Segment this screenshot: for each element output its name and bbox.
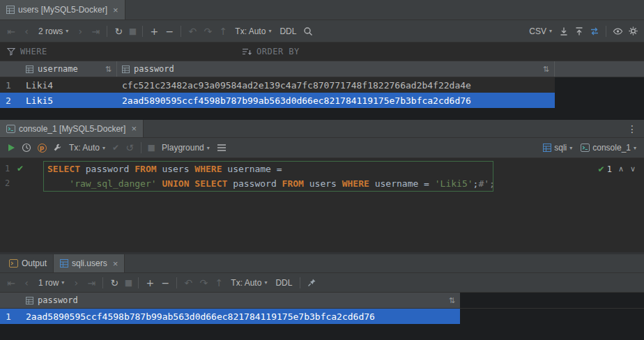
schema-selector-dropdown[interactable]: sqli ▾: [539, 143, 576, 153]
export-format-dropdown[interactable]: CSV ▾: [525, 26, 556, 36]
gear-icon[interactable]: [625, 24, 641, 39]
toolbar-separator: [142, 26, 143, 37]
schema-table-icon: [543, 144, 551, 152]
tab-users-grid[interactable]: users [MySQL5-Docker] ×: [0, 0, 125, 20]
delete-row-icon[interactable]: −: [162, 24, 177, 39]
table-icon: [122, 65, 130, 73]
execution-status: ✔ 1 ∧ ∨: [598, 162, 636, 176]
refresh-icon[interactable]: ↻: [107, 275, 122, 291]
page-size-dropdown[interactable]: 2 rows ▾: [34, 26, 72, 36]
order-by-icon: [242, 47, 252, 56]
page-size-label: 1 row: [38, 278, 59, 288]
stop-icon[interactable]: ■: [126, 24, 139, 39]
rollback-icon[interactable]: ↺: [122, 140, 137, 155]
tx-mode-dropdown[interactable]: Tx: Auto ▾: [65, 143, 109, 153]
redo-icon[interactable]: ↷: [200, 24, 215, 39]
first-page-icon[interactable]: ⇤: [3, 24, 19, 39]
export-data-icon[interactable]: [572, 24, 587, 39]
username-cell[interactable]: Liki5: [21, 93, 117, 108]
row-number-cell[interactable]: 1: [0, 77, 21, 93]
execution-success-check-icon: ✔: [598, 164, 605, 174]
close-icon[interactable]: ×: [131, 124, 137, 133]
database-ide-window: users [MySQL5-Docker] × ⇤ ‹ 2 rows ▾ › ⇥…: [0, 0, 644, 340]
view-options-eye-icon[interactable]: [610, 24, 625, 39]
last-page-icon[interactable]: ⇥: [84, 275, 99, 291]
run-icon[interactable]: [3, 140, 19, 155]
order-by-field[interactable]: ORDER BY: [235, 42, 300, 61]
pin-tab-icon[interactable]: [304, 275, 319, 291]
table-icon: [26, 297, 33, 304]
tab-sqli-users-result[interactable]: sqli.users ×: [53, 254, 125, 272]
submit-changes-icon[interactable]: ↑: [215, 24, 231, 39]
grid-header-row: username ⇅ password ⇅: [0, 61, 644, 77]
next-result-chevron-icon[interactable]: ∨: [630, 164, 636, 173]
page-size-dropdown[interactable]: 1 row ▾: [34, 278, 68, 288]
redo-icon[interactable]: ↷: [196, 275, 211, 291]
transpose-icon[interactable]: [587, 24, 602, 39]
tab-output[interactable]: Output: [3, 254, 53, 272]
previous-result-chevron-icon[interactable]: ∧: [618, 164, 624, 173]
stop-icon[interactable]: ■: [145, 140, 158, 155]
tx-mode-dropdown[interactable]: Tx: Auto ▾: [227, 278, 271, 288]
stop-icon[interactable]: ■: [122, 275, 135, 291]
chevron-down-icon: ▾: [569, 145, 572, 151]
table-icon: [60, 259, 68, 268]
grid-corner-cell[interactable]: [0, 293, 21, 308]
session-selector-dropdown[interactable]: console_1 ▾: [576, 143, 641, 153]
history-clock-icon[interactable]: [19, 140, 34, 155]
ddl-button[interactable]: DDL: [271, 278, 296, 288]
next-page-icon[interactable]: ›: [68, 275, 84, 291]
row-number-cell[interactable]: 1: [0, 309, 21, 324]
tx-mode-label: Tx: Auto: [231, 278, 261, 288]
undo-icon[interactable]: ↶: [185, 24, 200, 39]
sql-editor[interactable]: 1 2 ✔ SELECT password FROM users WHERE u…: [0, 158, 644, 252]
playground-dropdown[interactable]: Playground ▾: [158, 143, 214, 153]
column-header-username[interactable]: username ⇅: [21, 61, 117, 77]
column-name: password: [38, 295, 78, 305]
next-page-icon[interactable]: ›: [72, 24, 88, 39]
table-row[interactable]: 1 Liki4 cfc521c23482ac93a09584ad2e139c4a…: [0, 77, 644, 93]
password-cell[interactable]: cfc521c23482ac93a09584ad2e139c4a7fc87077…: [117, 77, 555, 93]
parameters-icon[interactable]: p: [34, 140, 49, 155]
sql-code-line[interactable]: SELECT password FROM users WHERE usernam…: [47, 162, 282, 176]
line-number: 2: [5, 176, 15, 191]
output-icon: [9, 259, 18, 268]
submit-changes-icon[interactable]: ↑: [211, 275, 227, 291]
more-options-kebab-icon[interactable]: ⋮: [620, 123, 644, 134]
table-row-selected[interactable]: 1 2aad5890595ccf4598b787b99ab563d0d66ec8…: [0, 309, 644, 324]
sql-code-line[interactable]: 'raw_sql_danger' UNION SELECT password F…: [47, 176, 495, 191]
close-icon[interactable]: ×: [113, 6, 118, 15]
column-header-password[interactable]: password ⇅: [117, 61, 555, 77]
grid-toolbar: ⇤ ‹ 2 rows ▾ › ⇥ ↻ ■ + − ↶ ↷ ↑ Tx: Auto …: [0, 20, 644, 42]
password-cell[interactable]: 2aad5890595ccf4598b787b99ab563d0d66ec821…: [117, 93, 555, 108]
column-header-password[interactable]: password ⇅: [21, 293, 460, 308]
ddl-button[interactable]: DDL: [275, 26, 300, 36]
add-row-icon[interactable]: +: [142, 275, 158, 291]
row-number-cell[interactable]: 2: [0, 93, 21, 108]
commit-icon[interactable]: ✔: [109, 140, 122, 155]
import-data-icon[interactable]: [556, 24, 572, 39]
grid-corner-cell[interactable]: [0, 61, 21, 77]
first-page-icon[interactable]: ⇤: [3, 275, 19, 291]
toolbar-separator: [107, 26, 107, 37]
previous-page-icon[interactable]: ‹: [19, 275, 34, 291]
previous-page-icon[interactable]: ‹: [19, 24, 34, 39]
tab-label: console_1 [MySQL5-Docker]: [19, 124, 125, 134]
chevron-down-icon: ▾: [264, 279, 267, 286]
search-icon[interactable]: [300, 24, 316, 39]
username-cell[interactable]: Liki4: [21, 77, 117, 93]
close-icon[interactable]: ×: [113, 259, 118, 268]
refresh-icon[interactable]: ↻: [111, 24, 126, 39]
tx-mode-dropdown[interactable]: Tx: Auto ▾: [231, 26, 275, 36]
password-cell[interactable]: 2aad5890595ccf4598b787b99ab563d0d66ec821…: [21, 309, 460, 324]
last-page-icon[interactable]: ⇥: [88, 24, 103, 39]
grid-toolbar-right: CSV ▾: [525, 24, 641, 39]
table-row-selected[interactable]: 2 Liki5 2aad5890595ccf4598b787b99ab563d0…: [0, 93, 644, 108]
output-layout-icon[interactable]: [214, 140, 229, 155]
undo-icon[interactable]: ↶: [181, 275, 196, 291]
where-filter-field[interactable]: WHERE: [0, 42, 235, 61]
wrench-settings-icon[interactable]: [49, 140, 65, 155]
delete-row-icon[interactable]: −: [158, 275, 173, 291]
add-row-icon[interactable]: +: [146, 24, 162, 39]
tab-console-1[interactable]: console_1 [MySQL5-Docker] ×: [0, 120, 144, 137]
